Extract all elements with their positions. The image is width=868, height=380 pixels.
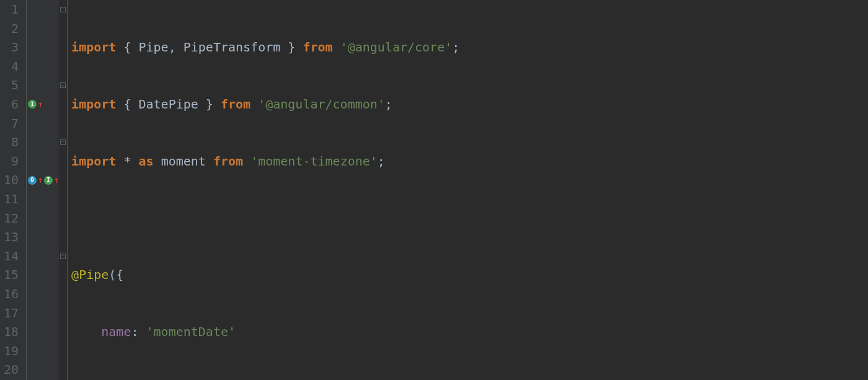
code-line[interactable]: import { DatePipe } from '@angular/commo… [71, 95, 868, 114]
line-number: 18 [4, 322, 19, 342]
fold-gutter: − − − − [59, 0, 68, 380]
line-number: 13 [4, 228, 19, 247]
line-number: 11 [4, 190, 19, 209]
line-number: 9 [4, 152, 19, 171]
code-line[interactable]: @Pipe({ [71, 265, 868, 285]
implements-gutter-icon[interactable]: I [44, 176, 53, 185]
override-arrow-icon[interactable]: ↑ [54, 170, 59, 190]
override-arrow-icon[interactable]: ↑ [38, 170, 43, 190]
line-number: 6 [4, 95, 19, 114]
line-number: 2 [4, 19, 19, 38]
code-line[interactable]: import { Pipe, PipeTransform } from '@an… [71, 38, 868, 57]
fold-collapse-icon[interactable]: − [60, 139, 66, 145]
implements-gutter-icon[interactable]: I [28, 100, 37, 108]
code-area[interactable]: import { Pipe, PipeTransform } from '@an… [68, 0, 868, 380]
line-number: 15 [4, 265, 19, 285]
line-number: 5 [4, 76, 19, 95]
code-line[interactable]: name: 'momentDate' [71, 322, 868, 342]
fold-collapse-icon[interactable]: − [60, 7, 66, 12]
line-number: 16 [4, 285, 19, 304]
line-number: 8 [4, 133, 19, 152]
line-number: 4 [4, 57, 19, 76]
line-number: 12 [4, 209, 19, 228]
line-number: 1 [4, 0, 19, 19]
fold-collapse-icon[interactable]: − [60, 82, 66, 88]
fold-collapse-icon[interactable]: − [60, 254, 66, 259]
code-editor[interactable]: 1 2 3 4 5 6 7 8 9 10 11 12 13 14 15 16 1… [0, 0, 868, 380]
line-number: 20 [4, 360, 19, 379]
code-line[interactable] [71, 209, 868, 228]
line-number: 10 [4, 170, 19, 190]
override-arrow-icon[interactable]: ↑ [38, 95, 43, 114]
line-number: 7 [4, 114, 19, 133]
line-number: 17 [4, 304, 19, 323]
code-line[interactable]: import * as moment from 'moment-timezone… [71, 152, 868, 171]
gutter-marks: I ↑ O ↑ I ↑ [27, 0, 59, 380]
line-number-gutter: 1 2 3 4 5 6 7 8 9 10 11 12 13 14 15 16 1… [0, 0, 27, 380]
line-number: 3 [4, 38, 19, 57]
line-number: 19 [4, 342, 19, 361]
overrides-gutter-icon[interactable]: O [28, 176, 37, 185]
line-number: 14 [4, 247, 19, 266]
